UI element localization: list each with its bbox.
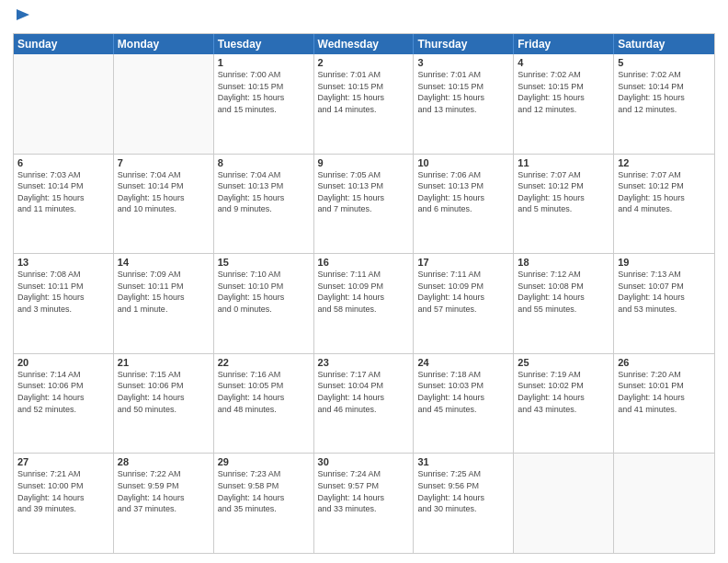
svg-marker-0: [17, 9, 29, 20]
cell-line: Sunset: 10:12 PM: [618, 180, 711, 192]
calendar-cell: 27Sunrise: 7:21 AMSunset: 10:00 PMDaylig…: [14, 454, 114, 553]
cell-line: and 52 minutes.: [17, 404, 109, 416]
calendar-cell: 15Sunrise: 7:10 AMSunset: 10:10 PMDaylig…: [214, 254, 314, 353]
cell-line: Sunset: 10:06 PM: [118, 380, 210, 392]
logo: [13, 9, 31, 28]
cell-line: Daylight: 15 hours: [318, 92, 410, 104]
cell-line: Sunset: 10:04 PM: [318, 380, 410, 392]
cell-line: and 9 minutes.: [218, 203, 310, 215]
calendar-cell: 21Sunrise: 7:15 AMSunset: 10:06 PMDaylig…: [114, 354, 214, 454]
calendar-cell: 12Sunrise: 7:07 AMSunset: 10:12 PMDaylig…: [614, 155, 714, 254]
weekday-header: Sunday: [14, 34, 114, 54]
cell-line: Sunrise: 7:21 AM: [17, 468, 109, 480]
cell-line: Daylight: 14 hours: [318, 292, 410, 304]
day-number: 29: [218, 456, 310, 467]
cell-line: Daylight: 15 hours: [17, 192, 109, 204]
calendar-row: 6Sunrise: 7:03 AMSunset: 10:14 PMDayligh…: [14, 154, 714, 254]
calendar-cell: 5Sunrise: 7:02 AMSunset: 10:14 PMDayligh…: [614, 54, 714, 154]
day-number: 3: [417, 57, 509, 68]
weekday-header: Monday: [114, 34, 214, 54]
day-number: 20: [17, 357, 109, 368]
cell-line: Sunrise: 7:15 AM: [118, 369, 210, 381]
day-number: 21: [118, 357, 210, 368]
calendar-cell: 24Sunrise: 7:18 AMSunset: 10:03 PMDaylig…: [414, 354, 514, 454]
cell-line: Daylight: 14 hours: [318, 392, 410, 404]
cell-line: Sunrise: 7:10 AM: [218, 269, 310, 281]
cell-line: Daylight: 15 hours: [417, 192, 509, 204]
calendar-cell: 6Sunrise: 7:03 AMSunset: 10:14 PMDayligh…: [14, 155, 114, 254]
cell-line: Sunrise: 7:08 AM: [17, 269, 109, 281]
cell-line: Sunset: 10:15 PM: [318, 81, 410, 93]
cell-line: and 3 minutes.: [17, 304, 109, 316]
day-number: 16: [318, 257, 410, 268]
cell-line: Sunrise: 7:01 AM: [318, 69, 410, 81]
cell-line: Sunset: 10:13 PM: [218, 180, 310, 192]
day-number: 22: [218, 357, 310, 368]
cell-line: Sunrise: 7:14 AM: [17, 369, 109, 381]
cell-line: and 11 minutes.: [17, 203, 109, 215]
day-number: 30: [318, 456, 410, 467]
cell-line: and 55 minutes.: [518, 304, 609, 316]
cell-line: Sunrise: 7:11 AM: [318, 269, 410, 281]
day-number: 23: [318, 357, 410, 368]
cell-line: Sunset: 10:09 PM: [417, 281, 509, 293]
cell-line: Sunrise: 7:18 AM: [417, 369, 509, 381]
weekday-header: Tuesday: [214, 34, 314, 54]
cell-line: Sunrise: 7:16 AM: [218, 369, 310, 381]
day-number: 13: [17, 257, 109, 268]
cell-line: Sunrise: 7:22 AM: [118, 468, 210, 480]
cell-line: and 5 minutes.: [518, 203, 609, 215]
cell-line: Sunset: 10:14 PM: [118, 180, 210, 192]
calendar-cell: 28Sunrise: 7:22 AMSunset: 9:59 PMDayligh…: [114, 454, 214, 553]
cell-line: Sunrise: 7:23 AM: [218, 468, 310, 480]
cell-line: and 33 minutes.: [318, 503, 410, 515]
day-number: 26: [618, 357, 711, 368]
cell-line: Sunset: 10:10 PM: [218, 281, 310, 293]
day-number: 6: [17, 157, 109, 168]
cell-line: and 13 minutes.: [417, 104, 509, 116]
cell-line: and 4 minutes.: [618, 203, 711, 215]
calendar-cell: 22Sunrise: 7:16 AMSunset: 10:05 PMDaylig…: [214, 354, 314, 454]
calendar-body: 1Sunrise: 7:00 AMSunset: 10:15 PMDayligh…: [14, 54, 714, 553]
cell-line: Sunset: 9:59 PM: [118, 480, 210, 492]
calendar-cell: 13Sunrise: 7:08 AMSunset: 10:11 PMDaylig…: [14, 254, 114, 353]
cell-line: Sunrise: 7:07 AM: [518, 169, 609, 181]
cell-line: Sunset: 10:15 PM: [518, 81, 609, 93]
cell-line: and 37 minutes.: [118, 503, 210, 515]
calendar-cell: 17Sunrise: 7:11 AMSunset: 10:09 PMDaylig…: [414, 254, 514, 353]
calendar-cell: 18Sunrise: 7:12 AMSunset: 10:08 PMDaylig…: [514, 254, 614, 353]
cell-line: Daylight: 14 hours: [17, 492, 109, 504]
calendar-cell: 31Sunrise: 7:25 AMSunset: 9:56 PMDayligh…: [414, 454, 514, 553]
cell-line: Daylight: 14 hours: [618, 292, 711, 304]
cell-line: Daylight: 15 hours: [17, 292, 109, 304]
cell-line: and 43 minutes.: [518, 404, 609, 416]
calendar-cell: 25Sunrise: 7:19 AMSunset: 10:02 PMDaylig…: [514, 354, 614, 454]
cell-line: and 46 minutes.: [318, 404, 410, 416]
calendar-cell: 19Sunrise: 7:13 AMSunset: 10:07 PMDaylig…: [614, 254, 714, 353]
day-number: 10: [417, 157, 509, 168]
cell-line: Daylight: 14 hours: [417, 492, 509, 504]
cell-line: Sunrise: 7:13 AM: [618, 269, 711, 281]
cell-line: Daylight: 14 hours: [318, 492, 410, 504]
cell-line: and 50 minutes.: [118, 404, 210, 416]
day-number: 9: [318, 157, 410, 168]
cell-line: Sunrise: 7:04 AM: [118, 169, 210, 181]
cell-line: Daylight: 14 hours: [518, 392, 609, 404]
cell-line: and 39 minutes.: [17, 503, 109, 515]
cell-line: Sunrise: 7:12 AM: [518, 269, 609, 281]
cell-line: and 41 minutes.: [618, 404, 711, 416]
day-number: 15: [218, 257, 310, 268]
cell-line: Sunrise: 7:25 AM: [417, 468, 509, 480]
calendar-cell: 7Sunrise: 7:04 AMSunset: 10:14 PMDayligh…: [114, 155, 214, 254]
day-number: 19: [618, 257, 711, 268]
cell-line: Daylight: 15 hours: [318, 192, 410, 204]
cell-line: and 12 minutes.: [618, 104, 711, 116]
cell-line: Daylight: 14 hours: [417, 392, 509, 404]
calendar-cell: [514, 454, 614, 553]
cell-line: Sunrise: 7:03 AM: [17, 169, 109, 181]
calendar-cell: 16Sunrise: 7:11 AMSunset: 10:09 PMDaylig…: [314, 254, 415, 353]
cell-line: Daylight: 14 hours: [218, 492, 310, 504]
day-number: 27: [17, 456, 109, 467]
calendar-cell: 2Sunrise: 7:01 AMSunset: 10:15 PMDayligh…: [314, 54, 415, 154]
calendar-cell: 10Sunrise: 7:06 AMSunset: 10:13 PMDaylig…: [414, 155, 514, 254]
